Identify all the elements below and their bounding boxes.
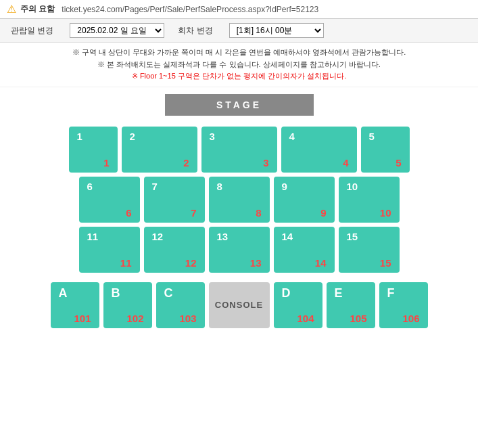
seat-block-10[interactable]: 10 10	[339, 177, 400, 223]
seat-num-6: 6	[85, 181, 93, 192]
seat-num-1: 1	[74, 131, 82, 142]
seat-label-B: B	[109, 286, 120, 300]
warning-bar: ⚠ 주의 요함 ticket.yes24.com/Pages/Perf/Sale…	[0, 0, 478, 19]
seat-row-1: 1 1 2 2 3 3 4 4 5 5	[11, 127, 467, 173]
seat-avail-E: 105	[350, 313, 369, 324]
notice-1: ※ 구역 내 상단이 무대와 가까운 쪽이며 매 시 각은을 연번을 예매하셔야…	[14, 47, 464, 59]
seat-avail-7: 7	[191, 207, 199, 219]
console-label: CONSOLE	[215, 300, 263, 310]
seat-avail-13: 13	[250, 257, 264, 269]
notice-2: ※ 본 좌석배치도는 실제좌석과 다를 수 있습니다. 상세페이지를 참고하시기…	[14, 59, 464, 71]
seat-block-6[interactable]: 6 6	[79, 177, 140, 223]
seat-avail-8: 8	[256, 207, 264, 219]
seat-block-11[interactable]: 11 11	[79, 227, 140, 273]
seat-label-E: E	[332, 286, 343, 300]
seat-block-9[interactable]: 9 9	[274, 177, 335, 223]
warning-label: 주의 요함	[20, 3, 55, 15]
seat-num-3: 3	[207, 131, 215, 142]
seat-avail-D: 104	[297, 313, 316, 324]
seat-avail-5: 5	[396, 157, 404, 169]
seat-block-5[interactable]: 5 5	[361, 127, 410, 173]
seat-num-9: 9	[279, 181, 287, 192]
seat-label-F: F	[385, 286, 395, 300]
date-select[interactable]: 2025.02.02 일 요일	[70, 23, 164, 38]
seat-label-A: A	[56, 286, 68, 300]
seat-block-1[interactable]: 1 1	[69, 127, 118, 173]
seat-num-15: 15	[344, 231, 358, 242]
seat-num-7: 7	[149, 181, 158, 192]
controls-bar: 관람일 변경 2025.02.02 일 요일 회차 변경 [1회] 16시 00…	[0, 19, 478, 43]
console-block: CONSOLE	[209, 282, 270, 328]
seat-avail-10: 10	[380, 207, 394, 219]
seat-block-F[interactable]: F 106	[379, 282, 428, 328]
seat-avail-F: 106	[402, 313, 422, 324]
seat-avail-C: 103	[179, 313, 199, 324]
session-select[interactable]: [1회] 16시 00분	[229, 23, 324, 38]
seat-avail-A: 101	[74, 313, 93, 324]
seat-avail-9: 9	[320, 207, 329, 219]
stage-label: STAGE	[216, 99, 262, 110]
seat-row-4: A 101 B 102 C 103 CONSOLE D 104	[11, 282, 467, 328]
seat-num-11: 11	[85, 231, 99, 242]
seat-avail-6: 6	[126, 207, 134, 219]
seat-avail-2: 2	[183, 157, 191, 169]
seat-avail-B: 102	[126, 313, 146, 324]
seat-block-3[interactable]: 3 3	[201, 127, 277, 173]
date-label: 관람일 변경	[11, 25, 53, 37]
seat-block-D[interactable]: D 104	[274, 282, 322, 328]
seat-num-10: 10	[344, 181, 358, 192]
seat-grid: 1 1 2 2 3 3 4 4 5 5	[11, 127, 467, 328]
seat-block-13[interactable]: 13 13	[209, 227, 270, 273]
url-text: ticket.yes24.com/Pages/Perf/Sale/PerfSal…	[62, 5, 318, 14]
seat-num-5: 5	[366, 131, 375, 142]
warning-icon: ⚠	[7, 3, 16, 16]
seat-block-E[interactable]: E 105	[327, 282, 375, 328]
seat-avail-11: 11	[120, 257, 135, 269]
seat-block-7[interactable]: 7 7	[144, 177, 205, 223]
seat-num-12: 12	[149, 231, 164, 242]
seat-block-14[interactable]: 14 14	[274, 227, 335, 273]
seat-row-2: 6 6 7 7 8 8 9 9 10 10	[11, 177, 467, 223]
seat-block-A[interactable]: A 101	[51, 282, 99, 328]
notice-3: ※ Floor 1~15 구역은 단차가 없는 평지에 간이의자가 설치됩니다.	[14, 70, 464, 83]
seat-avail-14: 14	[315, 257, 329, 269]
seat-label-C: C	[162, 286, 173, 300]
seat-avail-15: 15	[380, 257, 394, 269]
seat-num-14: 14	[279, 231, 293, 242]
session-label: 회차 변경	[178, 25, 212, 37]
seat-block-15[interactable]: 15 15	[339, 227, 400, 273]
seat-avail-1: 1	[103, 157, 112, 169]
seat-block-8[interactable]: 8 8	[209, 177, 270, 223]
seat-block-C[interactable]: C 103	[156, 282, 205, 328]
seat-block-B[interactable]: B 102	[103, 282, 152, 328]
seat-block-4[interactable]: 4 4	[281, 127, 357, 173]
seating-container: STAGE 1 1 2 2 3 3 4 4	[0, 87, 478, 342]
notice-area: ※ 구역 내 상단이 무대와 가까운 쪽이며 매 시 각은을 연번을 예매하셔야…	[0, 43, 478, 87]
stage-box: STAGE	[165, 94, 314, 116]
seat-avail-4: 4	[343, 157, 351, 169]
seat-num-8: 8	[214, 181, 222, 192]
seat-label-D: D	[279, 286, 291, 300]
seat-block-2[interactable]: 2 2	[122, 127, 197, 173]
seat-num-4: 4	[287, 131, 295, 142]
seat-num-2: 2	[127, 131, 135, 142]
seat-avail-12: 12	[185, 257, 199, 269]
seat-block-12[interactable]: 12 12	[144, 227, 205, 273]
seat-row-3: 11 11 12 12 13 13 14 14 15 15	[11, 227, 467, 273]
seat-avail-3: 3	[263, 157, 271, 169]
seat-num-13: 13	[214, 231, 229, 242]
